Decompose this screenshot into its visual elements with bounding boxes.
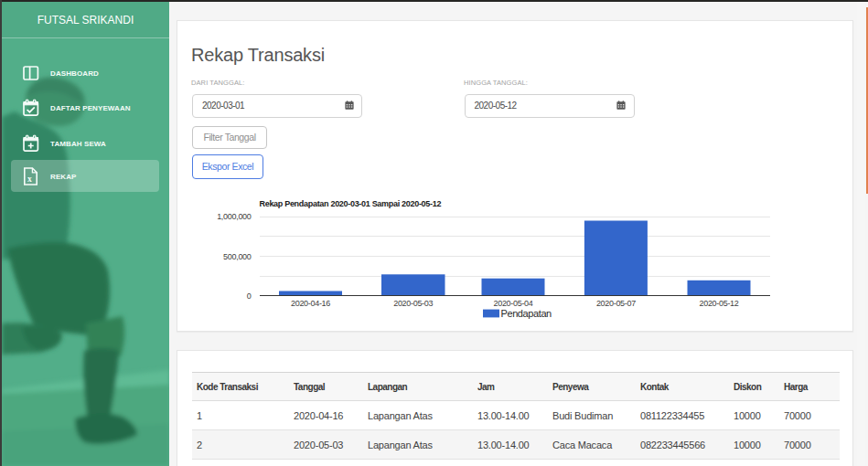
svg-text:2020-04-16: 2020-04-16 <box>291 299 330 308</box>
svg-text:2020-05-04: 2020-05-04 <box>493 299 532 308</box>
svg-text:Pendapatan: Pendapatan <box>501 308 552 319</box>
svg-text:2020-05-03: 2020-05-03 <box>393 299 433 308</box>
svg-text:1,000,000: 1,000,000 <box>217 212 252 221</box>
svg-text:2020-05-07: 2020-05-07 <box>596 299 636 308</box>
svg-text:x: x <box>27 174 32 183</box>
svg-text:Rekap Pendapatan 2020-03-01 Sa: Rekap Pendapatan 2020-03-01 Sampai 2020-… <box>260 199 442 208</box>
svg-text:0: 0 <box>247 291 252 301</box>
svg-text:500,000: 500,000 <box>223 252 252 261</box>
svg-text:2020-05-12: 2020-05-12 <box>699 299 738 308</box>
